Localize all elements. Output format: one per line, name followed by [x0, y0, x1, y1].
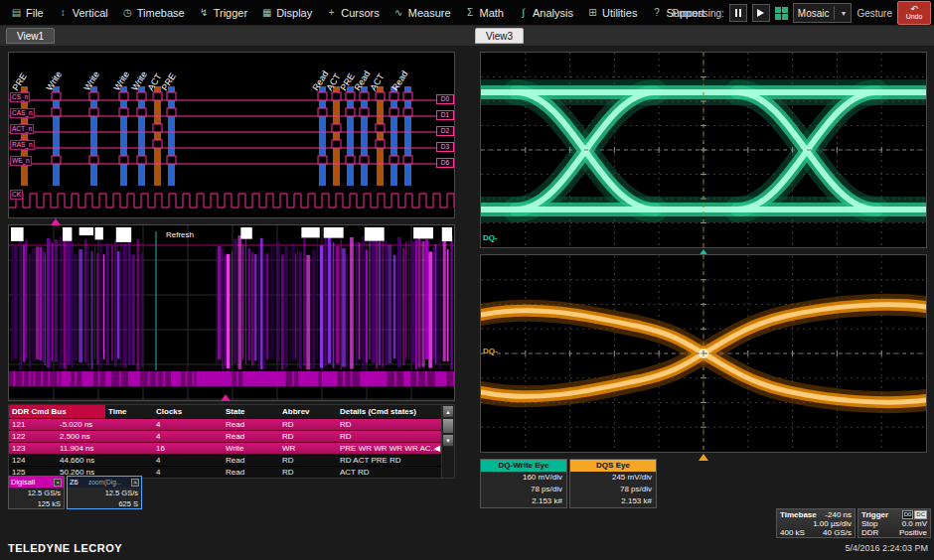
table-cell-abbrev: RD [279, 431, 337, 442]
zoom-position-marker[interactable] [221, 394, 231, 401]
dqs-eye-trigger-marker[interactable] [699, 454, 708, 461]
column-header-details[interactable]: Details (Cmd states) [337, 405, 441, 418]
clock-timestamp: 5/4/2016 2:24:03 PM [845, 543, 928, 553]
sweep-count-value: 2.153 k# [570, 495, 656, 507]
vdiv-value: 245 mV/div [570, 472, 656, 484]
ddr-command-timing-panel[interactable]: PREWriteWriteWriteWriteACTPREReadACTPRER… [8, 52, 455, 218]
close-icon[interactable]: × [54, 479, 62, 487]
play-icon [757, 9, 764, 17]
signal-name-label: WE_n [10, 156, 32, 166]
dqs-eye-descriptor[interactable]: DQS Eye 245 mV/div 78 ps/div 2.153 k# [569, 459, 657, 508]
menu-item-math[interactable]: ΣMath [458, 0, 511, 26]
zoom-trace-descriptor[interactable]: Z6 zoom(Dig... × 12.5 GS/s 625 S [67, 476, 142, 509]
signal-name-label: RAS_n [10, 140, 35, 150]
signal-name-label: CAS_n [10, 108, 35, 118]
trigger-type: DDR [861, 528, 878, 537]
timebase-rate: 40 GS/s [823, 528, 852, 537]
mosaic-label: Mosaic [798, 8, 830, 19]
trigger-title: Trigger [861, 510, 888, 519]
timing-waveform [9, 53, 454, 217]
dqs-eye-title: DQS Eye [570, 460, 656, 472]
timebase-summary[interactable]: Timebase -240 ns 1.00 µs/div 400 kS 40 G… [776, 508, 856, 538]
signal-name-label: CK [10, 190, 23, 200]
menu-item-analysis[interactable]: ∫Analysis [511, 0, 580, 26]
pause-icon [735, 9, 741, 17]
refresh-annotation: Refresh [166, 230, 194, 239]
timebase-title: Timebase [780, 510, 817, 519]
undo-icon: ↶ [910, 5, 918, 13]
zoom-trace-desc: zoom(Dig... [88, 477, 121, 488]
math-icon: Σ [465, 7, 476, 18]
table-cell-clocks: 4 [153, 431, 223, 442]
menu-item-trigger[interactable]: ↯Trigger [192, 0, 254, 26]
menu-item-file[interactable]: ▤File [4, 0, 51, 26]
mosaic-grid-icon[interactable] [775, 7, 788, 20]
menu-item-label: Analysis [533, 7, 573, 19]
scroll-thumb[interactable] [442, 418, 454, 434]
table-cell-time: -5.020 ns [57, 419, 153, 430]
table-cell-clocks: 4 [153, 455, 223, 466]
trigger-mode: Stop [861, 519, 877, 528]
menu-item-timebase[interactable]: ◷Timebase [115, 0, 192, 26]
table-cell-abbrev: WR [279, 443, 337, 454]
column-header-state[interactable]: State [223, 405, 279, 418]
table-cell-abbrev: RD [279, 419, 337, 430]
dqs-trace-label: DQ- [483, 347, 498, 355]
table-row[interactable]: 1222.500 ns4ReadRDRD [9, 430, 441, 442]
utilities-icon: ⊞ [587, 7, 598, 18]
sample-rate-value: 12.5 GS/s [9, 488, 64, 498]
menu-item-utilities[interactable]: ⊞Utilities [580, 0, 644, 26]
table-cell-state: Read [223, 467, 279, 478]
table-cell-state: Read [223, 431, 279, 442]
column-header-time[interactable]: Time [105, 405, 153, 418]
menu-item-vertical[interactable]: ↕Vertical [51, 0, 115, 26]
tab-bar: View1 View3 [0, 26, 934, 46]
column-header-abbrev[interactable]: Abbrev [279, 405, 337, 418]
digital-zoom-panel[interactable]: Refresh [8, 224, 455, 401]
digital-line-chip: D2 [436, 126, 454, 136]
table-cell-details: RD [337, 419, 441, 430]
table-row[interactable]: 12444.660 ns4ReadRDRD ACT PRE RD [9, 454, 441, 466]
table-row[interactable]: 12311.904 ns16WriteWRPRE WR WR WR WR AC.… [9, 442, 441, 454]
play-button[interactable] [752, 4, 770, 22]
trigger-summary[interactable]: Trigger D0 DC Stop 0.0 mV DDR Positive [857, 508, 931, 538]
dqs-eye-panel[interactable]: DQ- [480, 254, 927, 453]
sample-rate-value: 12.5 GS/s [68, 488, 141, 498]
menu-item-display[interactable]: ▦Display [254, 0, 319, 26]
menu-item-label: Display [276, 7, 312, 19]
tab-view3[interactable]: View3 [475, 28, 524, 44]
table-scrollbar[interactable]: ▲ ▼ [441, 405, 454, 478]
analysis-icon: ∫ [518, 7, 529, 18]
scroll-down-button[interactable]: ▼ [442, 434, 454, 447]
pause-button[interactable] [729, 4, 747, 22]
digital-group-descriptor[interactable]: Digisall × 12.5 GS/s 125 kS [8, 476, 65, 509]
menu-item-measure[interactable]: ∿Measure [387, 0, 458, 26]
divider [834, 6, 835, 20]
tab-view1[interactable]: View1 [6, 28, 55, 44]
digital-descriptor-title: Digisall [11, 477, 35, 488]
tdiv-value: 78 ps/div [481, 484, 566, 495]
menu-item-label: Math [480, 7, 504, 19]
vertical-icon: ↕ [58, 7, 69, 18]
digital-line-chip: D1 [436, 110, 454, 120]
close-icon[interactable]: × [131, 479, 139, 487]
processing-label: Processing: [673, 8, 724, 19]
dq-write-eye-panel[interactable]: DQ- [480, 52, 927, 248]
scroll-up-button[interactable]: ▲ [442, 405, 454, 418]
table-cell-state: Read [223, 419, 279, 430]
mosaic-dropdown[interactable]: Mosaic ▼ [793, 3, 853, 23]
dq-write-eye-descriptor[interactable]: DQ-Write Eye 160 mV/div 78 ps/div 2.153 … [480, 459, 567, 508]
zoom-region-marker[interactable] [51, 218, 61, 225]
file-icon: ▤ [11, 7, 22, 18]
gesture-label: Gesture [856, 8, 892, 19]
menu-item-cursors[interactable]: +Cursors [319, 0, 387, 26]
sweep-count-value: 2.153 k# [481, 495, 566, 507]
menu-item-label: Measure [408, 7, 451, 19]
undo-button[interactable]: ↶ Undo [897, 1, 931, 25]
signal-name-label: ACT_n [10, 124, 34, 134]
timebase-samples: 400 kS [780, 528, 805, 537]
column-header-clocks[interactable]: Clocks [153, 405, 223, 418]
table-cell-index: 121 [9, 419, 57, 430]
measure-icon: ∿ [393, 7, 404, 18]
table-row[interactable]: 121-5.020 ns4ReadRDRD [9, 418, 441, 430]
